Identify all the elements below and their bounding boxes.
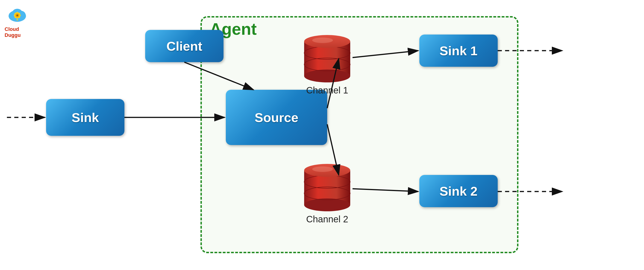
client-label: Client [166, 39, 202, 54]
channel1-cylinder: Channel 1 [302, 32, 352, 95]
sink-box: Sink [46, 99, 124, 136]
svg-rect-6 [16, 12, 18, 13]
svg-rect-9 [19, 15, 21, 16]
svg-point-17 [304, 69, 350, 82]
channel2-svg [302, 161, 352, 212]
channel1-svg [302, 32, 352, 83]
sink2-label: Sink 2 [440, 184, 478, 199]
channel1-label: Channel 1 [306, 85, 348, 95]
channel2-label: Channel 2 [306, 214, 348, 225]
logo-icon [7, 4, 28, 25]
svg-point-27 [312, 166, 333, 172]
svg-rect-8 [14, 15, 16, 16]
logo: Cloud Duggu [4, 4, 30, 38]
source-box: Source [226, 90, 327, 145]
channel2-cylinder: Channel 2 [302, 161, 352, 225]
svg-rect-7 [16, 19, 18, 20]
svg-point-21 [312, 37, 333, 43]
sink-label: Sink [72, 110, 99, 125]
sink1-box: Sink 1 [419, 34, 498, 67]
source-label: Source [254, 110, 298, 125]
svg-point-23 [304, 198, 350, 211]
client-box: Client [145, 30, 224, 62]
sink1-label: Sink 1 [440, 43, 478, 58]
sink2-box: Sink 2 [419, 175, 498, 207]
diagram-container: Cloud Duggu Agent Client Sink Source [0, 0, 644, 270]
logo-text: Cloud Duggu [4, 26, 30, 38]
